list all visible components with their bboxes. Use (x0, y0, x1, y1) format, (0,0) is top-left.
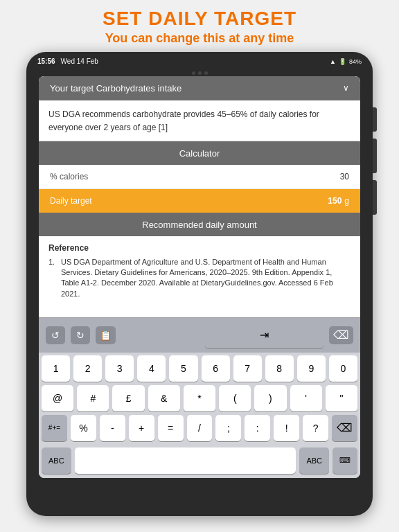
key-plus[interactable]: + (129, 415, 154, 441)
daily-target-label: Daily target (50, 196, 92, 206)
key-colon[interactable]: : (245, 415, 270, 441)
keyboard-icon[interactable]: ⌨ (332, 447, 357, 474)
reference-number: 1. (48, 257, 57, 300)
top-banner: SET DAILY TARGET You can change this at … (0, 0, 399, 52)
recommended-header-text: Recommended daily amount (142, 220, 256, 230)
chevron-down-icon: ∨ (343, 83, 349, 93)
status-bar: 15:56 Wed 14 Feb ▲ 🔋 84% (26, 52, 373, 71)
wifi-icon: ▲ (330, 58, 336, 65)
recommended-header: Recommended daily amount (39, 213, 360, 236)
keyboard-bottom-row: ABC ABC ⌨ (39, 447, 360, 478)
key-at[interactable]: @ (42, 385, 73, 411)
description-box: US DGA recommends carbohydrate provides … (39, 100, 360, 141)
key-question[interactable]: ? (303, 415, 328, 441)
undo-button[interactable]: ↺ (46, 326, 65, 344)
section-header[interactable]: Your target Carbohydrates intake ∨ (39, 76, 360, 100)
reference-section: Reference 1. US DGA Department of Agricu… (39, 236, 360, 317)
status-time: 15:56 (37, 57, 55, 65)
reference-text: US DGA Department of Agriculture and U.S… (61, 257, 351, 300)
number-row: 1 2 3 4 5 6 7 8 9 0 (42, 355, 357, 382)
key-8[interactable]: 8 (265, 355, 294, 382)
key-star[interactable]: * (184, 385, 215, 411)
key-6[interactable]: 6 (202, 355, 230, 382)
key-squote[interactable]: ' (290, 385, 322, 411)
main-subtitle: You can change this at any time (14, 30, 385, 46)
key-rparen[interactable]: ) (254, 385, 286, 411)
key-lparen[interactable]: ( (219, 385, 251, 411)
symbol-row-1: @ # £ & * ( ) ' " (42, 385, 357, 411)
abc-key-left[interactable]: ABC (42, 447, 71, 474)
battery-percent: 84% (349, 58, 362, 65)
calories-value: 30 (340, 172, 349, 181)
symbol-row-2: #+= % - + = / ; : ! ? ⌫ (42, 415, 357, 441)
side-button-mid[interactable] (373, 139, 377, 173)
key-slash[interactable]: / (187, 415, 213, 441)
key-2[interactable]: 2 (73, 355, 102, 382)
key-0[interactable]: 0 (329, 355, 357, 382)
key-9[interactable]: 9 (297, 355, 326, 382)
key-hash[interactable]: # (77, 385, 109, 411)
key-5[interactable]: 5 (169, 355, 197, 382)
content-area: Your target Carbohydrates intake ∨ US DG… (39, 76, 360, 317)
spacebar[interactable] (75, 447, 296, 474)
camera-dot-3 (204, 71, 208, 75)
key-semicolon[interactable]: ; (215, 415, 241, 441)
reference-title: Reference (48, 243, 351, 253)
section-header-text: Your target Carbohydrates intake (50, 83, 181, 94)
reference-item: 1. US DGA Department of Agriculture and … (48, 257, 351, 300)
key-symbols[interactable]: #+= (42, 415, 67, 441)
ipad-frame: 15:56 Wed 14 Feb ▲ 🔋 84% Your target Car… (26, 52, 373, 516)
key-equals[interactable]: = (158, 415, 184, 441)
calculator-header: Calculator (39, 141, 360, 165)
key-pound[interactable]: £ (112, 385, 144, 411)
camera-dot-2 (198, 71, 202, 75)
description-text: US DGA recommends carbohydrate provides … (48, 109, 319, 132)
side-button-top[interactable] (373, 107, 377, 132)
calories-row: % calories 30 (39, 165, 360, 189)
abc-key-right[interactable]: ABC (299, 447, 329, 474)
key-amp[interactable]: & (148, 385, 180, 411)
calculator-header-text: Calculator (179, 148, 220, 159)
key-1[interactable]: 1 (42, 355, 70, 382)
key-dquote[interactable]: " (326, 385, 357, 411)
keyboard-toolbar: ↺ ↻ 📋 ⇥ ⌫ (39, 318, 360, 353)
tab-key[interactable]: ⇥ (205, 322, 323, 348)
redo-button[interactable]: ↻ (71, 326, 90, 344)
ipad-screen: Your target Carbohydrates intake ∨ US DG… (39, 76, 360, 478)
status-date: Wed 14 Feb (61, 57, 98, 65)
key-7[interactable]: 7 (233, 355, 262, 382)
key-backspace[interactable]: ⌫ (332, 415, 357, 441)
battery-icon: 🔋 (339, 58, 346, 65)
key-dash[interactable]: - (100, 415, 125, 441)
clipboard-button[interactable]: 📋 (96, 326, 116, 344)
key-percent[interactable]: % (71, 415, 96, 441)
side-button-bot[interactable] (373, 180, 377, 215)
calories-label: % calories (50, 172, 88, 181)
keyboard-rows: 1 2 3 4 5 6 7 8 9 0 @ # £ & * (39, 353, 360, 447)
key-4[interactable]: 4 (137, 355, 166, 382)
daily-target-unit: g (344, 196, 349, 206)
camera-row (26, 71, 373, 75)
daily-target-value: 150 (328, 196, 342, 206)
delete-key[interactable]: ⌫ (329, 326, 353, 344)
keyboard-area: ↺ ↻ 📋 ⇥ ⌫ 1 2 3 4 5 6 7 8 9 (39, 317, 360, 478)
key-3[interactable]: 3 (105, 355, 134, 382)
main-title: SET DAILY TARGET (14, 7, 385, 30)
status-icons: ▲ 🔋 84% (330, 58, 362, 65)
camera-dot-1 (192, 71, 195, 75)
key-exclaim[interactable]: ! (274, 415, 299, 441)
daily-target-row[interactable]: Daily target 150 g (39, 189, 360, 213)
